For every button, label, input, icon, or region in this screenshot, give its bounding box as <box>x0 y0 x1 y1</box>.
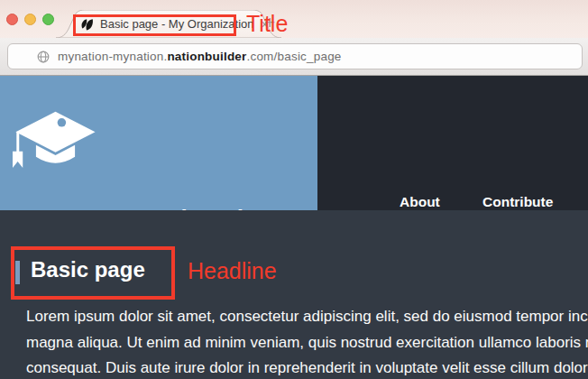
browser-toolbar: mynation-mynation.nationbuilder.com/basi… <box>0 38 588 76</box>
zoom-window-button[interactable] <box>42 14 54 25</box>
annotation-box-title <box>73 14 236 36</box>
url-suffix: .com/basic_page <box>247 50 342 63</box>
paragraph-line: magna aliqua. Ut enim ad minim veniam, q… <box>26 330 588 356</box>
site-brand[interactable]: My University <box>0 76 317 210</box>
minimize-window-button[interactable] <box>24 14 36 25</box>
annotation-box-headline <box>11 246 175 300</box>
paragraph-line: Lorem ipsum dolor sit amet, consectetur … <box>26 304 588 330</box>
page-paragraph: Lorem ipsum dolor sit amet, consectetur … <box>26 304 588 379</box>
close-window-button[interactable] <box>6 14 18 25</box>
url-prefix: mynation-mynation. <box>58 50 167 63</box>
site-header: My University About Contribute <box>0 76 588 210</box>
annotation-label-headline: Headline <box>188 260 277 282</box>
graduation-cap-icon <box>13 109 98 180</box>
globe-icon <box>37 51 50 63</box>
nav-item-contribute[interactable]: Contribute <box>482 194 553 210</box>
nav-item-about[interactable]: About <box>400 194 440 210</box>
page-viewport: My University About Contribute Basic pag… <box>0 76 588 379</box>
url-domain: nationbuilder <box>167 50 246 63</box>
url-text: mynation-mynation.nationbuilder.com/basi… <box>58 50 342 63</box>
annotation-label-title: Title <box>246 13 288 35</box>
paragraph-line: consequat. Duis aute irure dolor in repr… <box>26 356 588 379</box>
browser-window: + Basic page - My Organization × mynatio… <box>0 0 588 379</box>
address-bar[interactable]: mynation-mynation.nationbuilder.com/basi… <box>7 43 583 69</box>
